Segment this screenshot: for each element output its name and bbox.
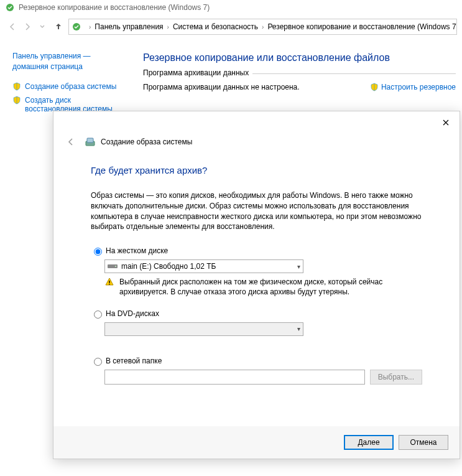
backup-status-text: Программа архивации данных не настроена. bbox=[143, 83, 300, 91]
page-heading: Резервное копирование или восстановление… bbox=[143, 52, 456, 63]
app-icon bbox=[72, 22, 81, 32]
sidebar-home-line1: Панель управления — bbox=[12, 52, 91, 60]
nav-recent-dropdown[interactable] bbox=[35, 19, 50, 34]
groupbox-legend: Программа архивации данных bbox=[143, 68, 252, 77]
sidebar-home-line2: домашняя страница bbox=[12, 62, 83, 71]
chevron-right-icon: › bbox=[85, 24, 95, 30]
nav-back-button[interactable] bbox=[5, 19, 20, 34]
breadcrumb-item[interactable]: Панель управления bbox=[95, 22, 163, 31]
nav-forward-button[interactable] bbox=[20, 19, 35, 34]
nav-up-button[interactable] bbox=[53, 22, 63, 32]
chevron-right-icon: › bbox=[258, 24, 267, 30]
window-title: Резервное копирование и восстановление (… bbox=[19, 3, 210, 12]
breadcrumb-item[interactable]: Резервное копирование и восстановление (… bbox=[267, 22, 457, 31]
breadcrumb[interactable]: › Панель управления › Система и безопасн… bbox=[68, 19, 457, 35]
dialog-close-button[interactable] bbox=[436, 115, 456, 128]
shield-icon bbox=[12, 82, 21, 91]
create-image-dialog: Создание образа системы Где будет хранит… bbox=[53, 111, 460, 128]
chevron-right-icon: › bbox=[164, 24, 173, 30]
window-titlebar: Резервное копирование и восстановление (… bbox=[0, 0, 462, 15]
backup-groupbox: Программа архивации данных Программа арх… bbox=[143, 73, 456, 91]
configure-backup-label: Настроить резервное bbox=[381, 83, 456, 91]
control-panel-home-link[interactable]: Панель управления — домашняя страница bbox=[12, 51, 119, 72]
configure-backup-link[interactable]: Настроить резервное bbox=[370, 83, 456, 91]
shield-icon bbox=[370, 83, 379, 91]
sidebar-link-create-image[interactable]: Создание образа системы bbox=[12, 82, 119, 91]
sidebar-link-label: Создание образа системы bbox=[25, 82, 116, 91]
nav-row: › Панель управления › Система и безопасн… bbox=[0, 15, 462, 41]
app-icon bbox=[5, 2, 15, 12]
shield-icon bbox=[12, 96, 21, 105]
breadcrumb-item[interactable]: Система и безопасность bbox=[173, 22, 258, 31]
